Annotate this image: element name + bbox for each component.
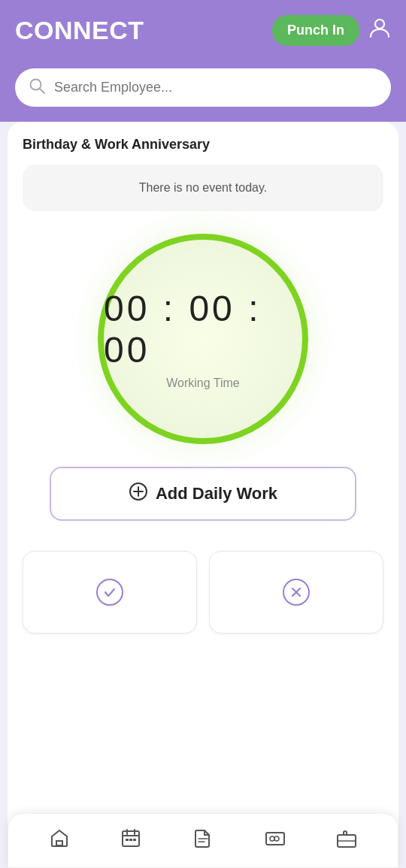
svg-point-19 (270, 836, 274, 841)
search-wrapper (0, 68, 406, 122)
user-profile-icon[interactable] (368, 17, 391, 44)
document-icon (192, 827, 214, 854)
header-actions: Punch In (272, 15, 391, 46)
search-container (15, 68, 391, 107)
nav-briefcase[interactable] (329, 824, 365, 857)
check-icon (96, 579, 123, 606)
card-x[interactable] (209, 551, 383, 634)
bottom-nav (8, 813, 398, 868)
add-work-label: Add Daily Work (156, 484, 277, 504)
svg-rect-13 (126, 839, 129, 841)
svg-rect-14 (129, 839, 132, 841)
calendar-icon (120, 827, 141, 854)
header: CONNECT Punch In (0, 0, 406, 68)
app-title: CONNECT (15, 16, 144, 45)
svg-rect-8 (56, 841, 62, 845)
birthday-section: Birthday & Work Anniversary There is no … (23, 137, 383, 211)
punch-in-button[interactable]: Punch In (272, 15, 359, 46)
no-event-box: There is no event today. (23, 165, 383, 211)
birthday-title: Birthday & Work Anniversary (23, 137, 383, 153)
main-content: Birthday & Work Anniversary There is no … (8, 122, 398, 836)
add-daily-work-button[interactable]: Add Daily Work (50, 467, 356, 521)
cards-section (23, 551, 383, 634)
svg-rect-18 (266, 833, 284, 845)
svg-point-20 (274, 836, 279, 841)
timer-section: 00 : 00 : 00 Working Time (23, 234, 383, 444)
search-input[interactable] (54, 80, 377, 95)
x-icon (283, 579, 310, 606)
payment-icon (265, 827, 286, 854)
card-check[interactable] (23, 551, 197, 634)
briefcase-icon (336, 827, 357, 854)
svg-rect-15 (133, 839, 136, 841)
nav-calendar[interactable] (113, 824, 149, 857)
svg-line-2 (40, 89, 44, 93)
no-event-text: There is no event today. (139, 181, 267, 194)
timer-label: Working Time (166, 377, 240, 390)
home-icon (49, 827, 70, 854)
add-work-plus-icon (129, 482, 148, 506)
nav-document[interactable] (185, 824, 221, 857)
nav-home[interactable] (41, 824, 77, 857)
timer-circle: 00 : 00 : 00 Working Time (98, 234, 308, 444)
search-icon (29, 77, 45, 98)
timer-display: 00 : 00 : 00 (104, 288, 302, 370)
svg-point-0 (375, 20, 384, 29)
nav-payment[interactable] (257, 824, 293, 857)
